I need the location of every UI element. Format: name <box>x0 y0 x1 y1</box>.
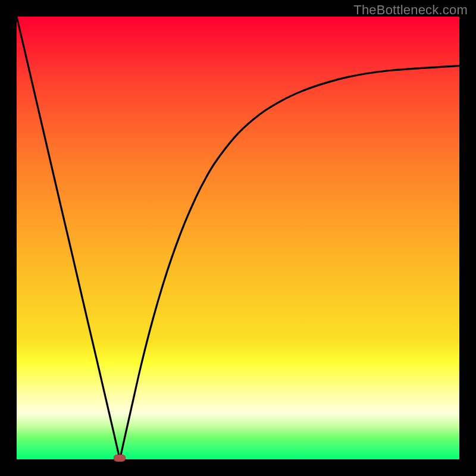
bottleneck-curve <box>17 17 459 459</box>
curve-svg <box>17 17 459 459</box>
optimum-marker <box>114 455 126 462</box>
watermark-text: TheBottleneck.com <box>353 2 468 18</box>
chart-frame: TheBottleneck.com <box>0 0 476 476</box>
plot-area <box>17 17 459 459</box>
